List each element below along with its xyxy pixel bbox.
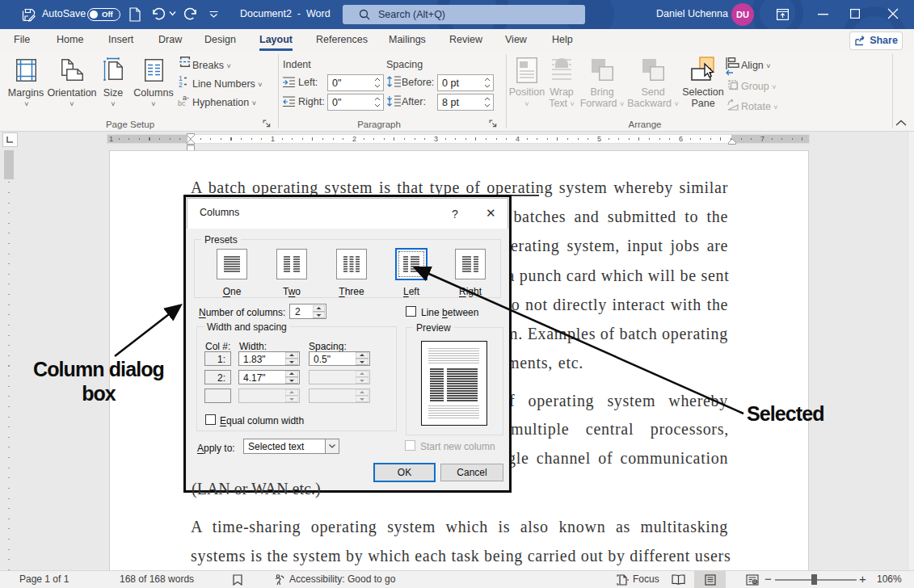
svg-text:bc: bc xyxy=(178,99,186,107)
svg-text:2: 2 xyxy=(179,81,183,87)
